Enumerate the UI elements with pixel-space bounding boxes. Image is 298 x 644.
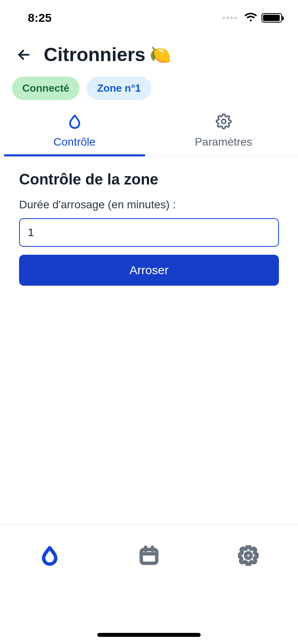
nav-calendar[interactable] [133, 540, 165, 572]
back-button[interactable] [16, 47, 32, 63]
svg-point-6 [246, 553, 251, 558]
duration-input[interactable] [19, 218, 279, 247]
header: Citronniers 🍋 [0, 36, 298, 69]
home-indicator [97, 633, 201, 637]
tabs: Contrôle Paramètres [0, 111, 298, 156]
status-bar: 8:25 [0, 0, 298, 36]
signal-dots-icon [223, 17, 237, 19]
battery-icon [261, 13, 282, 23]
calendar-icon [139, 545, 159, 567]
status-time: 8:25 [28, 11, 52, 25]
page-title-text: Citronniers [44, 44, 145, 65]
page-title: Citronniers 🍋 [44, 44, 171, 65]
bottom-nav [0, 525, 298, 644]
drop-icon [39, 545, 60, 567]
nav-settings[interactable] [232, 540, 264, 572]
divider [0, 156, 298, 157]
gear-icon [216, 113, 232, 131]
status-right [223, 11, 282, 25]
drop-icon [67, 113, 83, 131]
tab-control-label: Contrôle [54, 136, 96, 148]
svg-rect-2 [141, 550, 157, 563]
water-button[interactable]: Arroser [19, 255, 279, 286]
nav-watering[interactable] [34, 540, 66, 572]
wifi-icon [244, 11, 257, 25]
zone-badge: Zone n°1 [87, 77, 151, 100]
connected-badge: Connecté [12, 77, 79, 100]
svg-point-1 [221, 119, 226, 124]
tab-control[interactable]: Contrôle [0, 111, 149, 156]
lemon-icon: 🍋 [149, 44, 171, 65]
status-badges: Connecté Zone n°1 [0, 69, 298, 111]
duration-label: Durée d'arrosage (en minutes) : [19, 198, 279, 211]
section-heading: Contrôle de la zone [19, 171, 279, 188]
tab-settings-label: Paramètres [195, 136, 252, 148]
gear-icon [238, 545, 259, 567]
tab-settings[interactable]: Paramètres [149, 111, 298, 156]
content: Contrôle de la zone Durée d'arrosage (en… [0, 171, 298, 286]
